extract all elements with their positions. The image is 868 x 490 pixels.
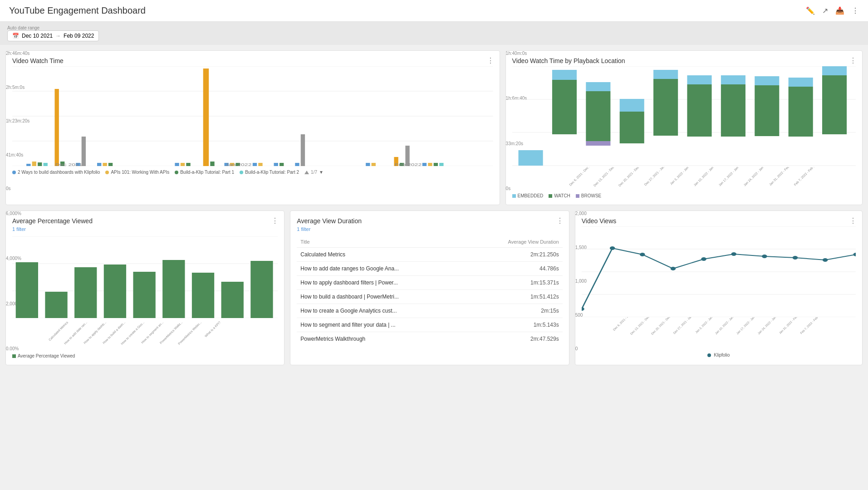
video-views-card: Video Views ⋮ 2,000 1,500 1,000 500 0 (575, 211, 863, 365)
row-title: How to create a Google Analytics cust... (297, 304, 468, 318)
svg-text:Jan 3, 2022 - Jan 9, 2022: Jan 3, 2022 - Jan 9, 2022 (669, 167, 697, 186)
pb-legend-label-browse: BROWSE (581, 193, 601, 198)
row-title: PowerMetrics Walkthrough (297, 332, 468, 346)
svg-point-112 (853, 253, 856, 256)
avg-pct-title: Average Percentage Viewed (12, 217, 278, 225)
video-views-menu[interactable]: ⋮ (849, 216, 857, 225)
svg-rect-48 (552, 70, 577, 80)
svg-rect-8 (44, 163, 48, 166)
avg-duration-filter[interactable]: 1 filter (297, 226, 562, 232)
svg-point-107 (701, 257, 706, 261)
more-icon[interactable]: ⋮ (852, 6, 859, 15)
row-duration: 1m:51.412s (468, 290, 563, 304)
table-row: How to add date ranges to Google Ana...4… (297, 262, 562, 276)
svg-text:Jan 2022: Jan 2022 (226, 162, 252, 166)
svg-text:Jan 31, 2022 - Feb 6, 2022: Jan 31, 2022 - Feb 6, 2022 (768, 167, 797, 186)
end-date: Feb 09 2022 (64, 33, 94, 39)
row-duration: 2m:15s (468, 304, 563, 318)
svg-rect-63 (788, 78, 813, 87)
svg-rect-35 (422, 163, 427, 166)
avg-view-duration-card: Average View Duration 1 filter ⋮ Title A… (290, 211, 569, 365)
video-watch-time-menu[interactable]: ⋮ (487, 56, 494, 65)
svg-rect-86 (192, 273, 214, 318)
playback-location-card: Video Watch Time by Playback Location ⋮ … (505, 50, 863, 205)
avg-pct-filter[interactable]: 1 filter (12, 226, 278, 232)
svg-rect-28 (295, 163, 299, 166)
legend-label-4: Build-a-Klip Tutorial: Part 2 (245, 170, 299, 175)
svg-rect-20 (210, 162, 214, 166)
header-actions: ✏️ ↗ 📥 ⋮ (806, 6, 859, 15)
svg-rect-5 (26, 164, 30, 166)
video-views-legend: Klipfolio (582, 353, 856, 358)
svg-rect-47 (552, 80, 577, 134)
playback-location-bars (512, 66, 856, 166)
pb-legend-dot-embedded (512, 194, 516, 198)
svg-rect-12 (82, 137, 86, 166)
svg-rect-19 (203, 69, 209, 166)
row-duration: 1m:15.371s (468, 276, 563, 290)
avg-duration-title: Average View Duration (297, 217, 562, 225)
video-views-legend-dot (707, 353, 711, 357)
avg-duration-menu[interactable]: ⋮ (556, 216, 564, 225)
row-duration: 1m:5.143s (468, 318, 563, 332)
svg-rect-64 (822, 75, 847, 134)
row-duration: 2m:21.250s (468, 248, 563, 262)
svg-rect-27 (280, 163, 284, 166)
svg-rect-58 (721, 84, 745, 137)
row-title: How to segment and filter your data | ..… (297, 318, 468, 332)
svg-rect-50 (586, 82, 610, 91)
table-row: PowerMetrics Walkthrough2m:47.529s (297, 332, 562, 346)
playback-location-menu[interactable]: ⋮ (849, 56, 857, 65)
chevron-down-icon[interactable]: ▼ (319, 170, 324, 175)
svg-rect-80 (16, 262, 38, 318)
y-label-1: 2h:46m:40s (6, 51, 33, 56)
svg-point-104 (610, 246, 615, 250)
svg-point-106 (670, 267, 676, 270)
svg-rect-87 (221, 282, 244, 318)
row-duration: 2m:47.529s (468, 332, 563, 346)
top-row: Video Watch Time ⋮ 2h:46m:40s 2h:5m:0s 1… (5, 50, 863, 205)
svg-rect-6 (32, 162, 36, 166)
dashboard: Video Watch Time ⋮ 2h:46m:40s 2h:5m:0s 1… (0, 45, 868, 371)
pb-legend-embedded: EMBEDDED (512, 193, 544, 198)
share-icon[interactable]: ↗ (822, 6, 828, 15)
date-range-button[interactable]: 📅 Dec 10 2021 → Feb 09 2022 (7, 30, 99, 41)
svg-rect-88 (250, 261, 273, 318)
table-header-row: Title Average View Duration (297, 236, 562, 248)
svg-text:Feb 7, 2022 - Feb 13, 2022: Feb 7, 2022 - Feb 13, 2022 (799, 317, 827, 335)
col-title: Title (297, 236, 468, 248)
legend-dot-2 (105, 171, 109, 174)
svg-text:What is a KPI?: What is a KPI? (204, 321, 221, 338)
svg-point-108 (731, 252, 736, 256)
legend-item-3: Build-a-Klip Tutorial: Part 1 (175, 170, 234, 175)
svg-rect-29 (301, 134, 305, 166)
svg-rect-26 (274, 163, 278, 166)
row-title: Calculated Metrics (297, 248, 468, 262)
svg-rect-18 (186, 163, 190, 166)
edit-icon[interactable]: ✏️ (806, 6, 815, 15)
svg-point-110 (792, 256, 798, 260)
svg-rect-57 (687, 75, 711, 84)
svg-rect-46 (518, 150, 543, 166)
avg-pct-menu[interactable]: ⋮ (271, 216, 279, 225)
svg-rect-7 (38, 162, 42, 166)
table-row: How to create a Google Analytics cust...… (297, 304, 562, 318)
avg-pct-legend-item: Average Percentage Viewed (12, 353, 75, 358)
video-views-chart-container: 2,000 1,500 1,000 500 0 (582, 226, 856, 349)
pb-y-label-1: 1h:40m:0s (506, 51, 533, 56)
video-watch-time-card: Video Watch Time ⋮ 2h:46m:40s 2h:5m:0s 1… (5, 50, 500, 205)
svg-point-103 (582, 307, 584, 311)
pb-legend-dot-browse (576, 194, 579, 198)
col-duration: Average View Duration (468, 236, 563, 248)
date-bar: Auto date range 📅 Dec 10 2021 → Feb 09 2… (0, 22, 868, 45)
download-icon[interactable]: 📥 (835, 6, 844, 15)
vv-y1: 2,000 (575, 211, 593, 216)
row-title: How to add date ranges to Google Ana... (297, 262, 468, 276)
page-title: YouTube Engagement Dashboard (9, 5, 146, 16)
svg-point-111 (823, 258, 828, 262)
svg-rect-37 (434, 163, 438, 166)
svg-rect-38 (439, 163, 443, 166)
date-range-label: Auto date range (7, 25, 99, 30)
svg-rect-25 (258, 163, 262, 166)
legend-dot-4 (240, 171, 243, 174)
